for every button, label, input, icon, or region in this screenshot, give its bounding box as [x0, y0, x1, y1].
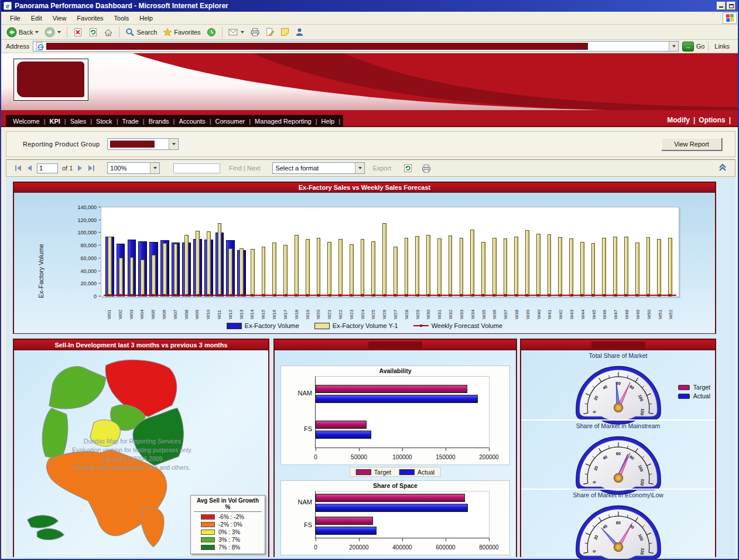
panel-title-redacted — [368, 342, 422, 349]
nav-tab-consumer[interactable]: Consumer — [211, 117, 249, 126]
x-tick-label: 600000 — [436, 544, 455, 551]
next-link[interactable]: Next — [247, 165, 261, 172]
week-slot — [148, 207, 159, 296]
week-slot — [291, 207, 302, 296]
bar-ex-factory-y1 — [218, 223, 222, 296]
ex-factory-chart-panel: Ex-Factory Sales vs Weekly Sales Forecas… — [13, 182, 716, 334]
week-slot — [544, 207, 555, 296]
bar-actual — [316, 527, 377, 535]
refresh-report-button[interactable] — [403, 163, 412, 173]
bar-ex-factory-y1 — [306, 239, 310, 296]
home-button[interactable] — [102, 26, 115, 38]
menu-tools[interactable]: Tools — [109, 13, 135, 23]
search-button[interactable]: Search — [124, 26, 159, 38]
nav-tab-managed-reporting[interactable]: Managed Reporting — [251, 117, 316, 126]
notes-button[interactable] — [279, 26, 291, 37]
week-slot — [643, 207, 654, 296]
export-link[interactable]: Export — [372, 165, 391, 172]
svg-text:60: 60 — [616, 452, 621, 456]
bar-ex-factory-y1 — [449, 235, 453, 296]
nav-tab-welcome[interactable]: Welcome — [9, 117, 44, 126]
first-page-button[interactable] — [15, 165, 22, 172]
nav-tab-stock[interactable]: Stock — [92, 117, 117, 126]
favorites-button[interactable]: Favorites — [161, 26, 202, 38]
go-button[interactable]: → Go — [682, 42, 705, 52]
stop-button[interactable] — [71, 26, 84, 38]
x-tick-label: W48 — [624, 298, 629, 319]
mail-button[interactable] — [227, 27, 246, 37]
page-number-input[interactable] — [37, 163, 58, 173]
next-page-button[interactable] — [77, 165, 83, 172]
modify-link[interactable]: Modify — [667, 116, 690, 124]
menu-help[interactable]: Help — [134, 13, 158, 23]
week-slot — [379, 207, 390, 296]
legend-swatch-actual — [678, 394, 690, 399]
nav-tab-accounts[interactable]: Accounts — [175, 117, 209, 126]
nav-tabs: Welcome|KPI|Sales|Stock|Trade|Brands|Acc… — [6, 115, 343, 127]
edit-button[interactable] — [264, 26, 276, 37]
restore-button[interactable] — [727, 2, 735, 10]
nav-tab-help[interactable]: Help — [317, 117, 339, 126]
history-button[interactable] — [205, 26, 218, 38]
menu-file[interactable]: File — [5, 13, 26, 23]
week-slot — [598, 207, 610, 296]
week-slot — [115, 207, 126, 296]
nav-tab-trade[interactable]: Trade — [118, 117, 142, 126]
address-dropdown-button[interactable] — [669, 42, 678, 51]
bar-ex-factory-y1 — [350, 244, 354, 296]
product-group-select[interactable] — [107, 138, 179, 150]
x-tick-label: W46 — [602, 298, 607, 319]
bar-actual — [316, 504, 468, 512]
week-slot — [390, 207, 401, 296]
forward-icon — [45, 27, 55, 37]
last-page-button[interactable] — [87, 165, 95, 172]
ex-factory-chart-title: Ex-Factory Sales vs Weekly Sales Forecas… — [14, 183, 715, 193]
back-button[interactable]: Back — [5, 26, 40, 39]
x-tick-label: 800000 — [479, 544, 498, 551]
address-input[interactable] — [33, 41, 678, 52]
x-tick-label: W36 — [492, 298, 497, 319]
product-group-label: Reporting Product Group — [23, 141, 100, 148]
messenger-button[interactable] — [293, 26, 306, 37]
x-tick-label: W05 — [150, 298, 156, 319]
x-tick-label: W52 — [668, 298, 673, 319]
bar-ex-factory-y1 — [569, 238, 573, 296]
x-tick-label: 150000 — [436, 454, 455, 460]
view-report-button[interactable]: View Report — [661, 138, 722, 151]
export-format-select[interactable]: Select a format — [272, 162, 365, 174]
week-slot — [159, 207, 170, 296]
x-tick-label: W49 — [635, 298, 641, 319]
x-tick-label: W13 — [239, 298, 244, 319]
x-tick-label: W47 — [613, 298, 618, 319]
header-banner — [1, 53, 738, 115]
find-text-input[interactable] — [173, 163, 220, 173]
refresh-button[interactable] — [87, 26, 100, 38]
legend-swatch-orange — [201, 522, 215, 527]
bar-ex-factory-y1 — [394, 247, 398, 296]
links-toolbar[interactable]: Links — [708, 41, 735, 52]
nav-tab-sales[interactable]: Sales — [66, 117, 91, 126]
svg-text:60: 60 — [616, 521, 621, 525]
menu-edit[interactable]: Edit — [26, 13, 47, 23]
print-button[interactable] — [248, 26, 262, 37]
options-link[interactable]: Options — [699, 116, 725, 124]
legend-swatch-yellow — [201, 530, 215, 535]
x-tick-label: W02 — [118, 298, 123, 319]
prev-page-button[interactable] — [26, 165, 33, 172]
bar-ex-factory-y1 — [426, 235, 430, 296]
week-slot — [192, 207, 203, 296]
nav-tab-kpi[interactable]: KPI — [46, 117, 64, 126]
find-link[interactable]: Find — [229, 165, 241, 172]
week-slot — [632, 207, 643, 296]
print-report-button[interactable] — [421, 164, 432, 173]
forward-button[interactable] — [43, 26, 63, 39]
history-icon — [207, 28, 216, 37]
x-tick-label: W37 — [503, 298, 508, 319]
zoom-select[interactable]: 100% — [107, 162, 160, 174]
collapse-toolbar-chevron[interactable] — [719, 163, 727, 173]
bar-ex-factory-y1 — [130, 257, 134, 296]
menu-view[interactable]: View — [47, 13, 72, 23]
menu-favorites[interactable]: Favorites — [71, 13, 108, 23]
minimize-button[interactable] — [717, 2, 726, 10]
nav-tab-brands[interactable]: Brands — [145, 117, 173, 126]
